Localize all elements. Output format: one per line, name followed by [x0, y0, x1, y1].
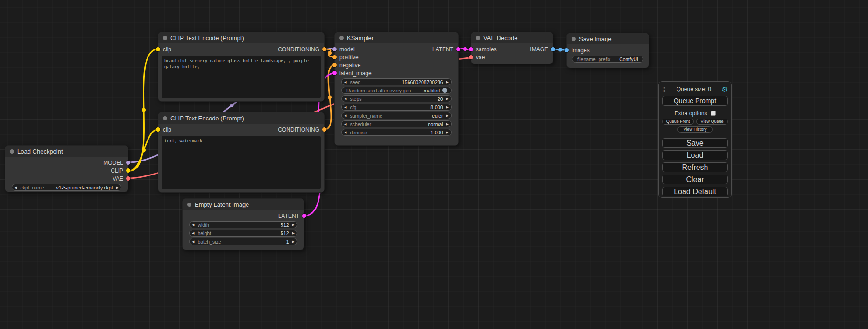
slot-row: vae — [471, 53, 553, 61]
slot-dot-latent-output[interactable] — [456, 47, 460, 51]
slot-dot-clip-output[interactable] — [126, 168, 130, 173]
slot-dot-model-output[interactable] — [126, 161, 130, 165]
widget-filename-prefix[interactable]: filename_prefix ComfyUI — [572, 56, 643, 63]
slot-dot-vae-input[interactable] — [469, 55, 473, 59]
increment-arrow-icon[interactable]: ▶ — [446, 80, 449, 84]
widget-label: width — [198, 222, 209, 228]
slot-label-negative: negative — [339, 62, 360, 69]
clear-button[interactable]: Clear — [662, 175, 728, 184]
node-load-checkpoint[interactable]: Load Checkpoint MODEL CLIP VAE ◀ ckpt_na… — [5, 145, 128, 192]
slot-label-clip: CLIP — [111, 168, 123, 174]
slot-dot-clip-input[interactable] — [156, 127, 160, 132]
node-title-bar[interactable]: Empty Latent Image — [183, 199, 304, 210]
save-button[interactable]: Save — [662, 138, 728, 148]
widget-value: 8.000 — [430, 105, 443, 110]
collapse-dot-icon[interactable] — [10, 149, 14, 154]
widget-height[interactable]: ◀ height 512 ▶ — [189, 230, 297, 237]
widget-ckpt-name[interactable]: ◀ ckpt_name v1-5-pruned-emaonly.ckpt ▶ — [12, 184, 121, 191]
refresh-button[interactable]: Refresh — [662, 162, 728, 172]
output-row-vae: VAE — [5, 175, 128, 182]
slot-label-vae: vae — [476, 54, 485, 61]
node-title-bar[interactable]: VAE Decode — [471, 32, 553, 43]
decrement-arrow-icon[interactable]: ◀ — [192, 231, 194, 235]
slot-dot-negative-input[interactable] — [332, 63, 337, 67]
increment-arrow-icon[interactable]: ▶ — [446, 105, 449, 109]
node-save-image[interactable]: Save Image images filename_prefix ComfyU… — [566, 33, 649, 68]
prompt-textarea[interactable]: text, watermark — [162, 136, 321, 189]
node-title-bar[interactable]: Load Checkpoint — [5, 146, 128, 157]
slot-dot-latent-image-input[interactable] — [332, 71, 337, 75]
increment-arrow-icon[interactable]: ▶ — [292, 240, 295, 243]
next-arrow-icon[interactable]: ▶ — [446, 114, 449, 117]
load-button[interactable]: Load — [662, 150, 728, 160]
view-history-button[interactable]: View History — [677, 126, 713, 133]
node-title-label: Load Checkpoint — [17, 148, 63, 155]
decrement-arrow-icon[interactable]: ◀ — [192, 223, 194, 226]
drag-handle-icon[interactable]: ⣿ — [662, 86, 666, 92]
slot-dot-conditioning-output[interactable] — [322, 47, 326, 51]
prev-arrow-icon[interactable]: ◀ — [344, 122, 346, 126]
node-title-bar[interactable]: Save Image — [567, 33, 649, 44]
slot-dot-samples-input[interactable] — [469, 47, 473, 51]
node-title-bar[interactable]: CLIP Text Encode (Prompt) — [158, 112, 324, 124]
slot-dot-vae-output[interactable] — [126, 176, 130, 181]
collapse-dot-icon[interactable] — [163, 36, 167, 40]
widget-denoise[interactable]: ◀ denoise 1.000 ▶ — [341, 129, 452, 136]
node-clip-text-encode-negative[interactable]: CLIP Text Encode (Prompt) clip CONDITION… — [158, 112, 325, 193]
widget-value: euler — [432, 113, 443, 119]
slot-dot-image-output[interactable] — [551, 47, 555, 51]
toggle-knob[interactable] — [442, 88, 447, 93]
widget-batch-size[interactable]: ◀ batch_size 1 ▶ — [189, 238, 297, 245]
prev-arrow-icon[interactable]: ◀ — [344, 114, 346, 117]
node-vae-decode[interactable]: VAE Decode samples IMAGE vae — [471, 32, 553, 64]
widget-width[interactable]: ◀ width 512 ▶ — [189, 221, 297, 228]
next-arrow-icon[interactable]: ▶ — [446, 122, 449, 126]
node-title-bar[interactable]: CLIP Text Encode (Prompt) — [158, 32, 324, 43]
increment-arrow-icon[interactable]: ▶ — [446, 131, 449, 134]
collapse-dot-icon[interactable] — [476, 36, 480, 40]
decrement-arrow-icon[interactable]: ◀ — [344, 97, 346, 100]
increment-arrow-icon[interactable]: ▶ — [446, 97, 449, 100]
widget-value: 512 — [281, 231, 289, 236]
decrement-arrow-icon[interactable]: ◀ — [344, 105, 346, 109]
widget-steps[interactable]: ◀ steps 20 ▶ — [341, 95, 452, 102]
collapse-dot-icon[interactable] — [187, 203, 191, 207]
slot-dot-positive-input[interactable] — [332, 55, 337, 59]
collapse-dot-icon[interactable] — [163, 116, 167, 120]
increment-arrow-icon[interactable]: ▶ — [292, 223, 295, 226]
output-row-clip: CLIP — [5, 167, 128, 175]
wire-midpoint-dot-positive-conditioning-to-ksampler — [328, 51, 332, 55]
decrement-arrow-icon[interactable]: ◀ — [344, 80, 346, 84]
load-default-button[interactable]: Load Default — [662, 187, 728, 196]
widget-label: seed — [350, 79, 360, 85]
view-queue-button[interactable]: View Queue — [696, 119, 728, 125]
widget-scheduler[interactable]: ◀ scheduler normal ▶ — [341, 120, 452, 127]
slot-dot-clip-input[interactable] — [156, 47, 160, 51]
settings-gear-icon[interactable]: ⚙ — [722, 86, 728, 93]
slot-dot-conditioning-output[interactable] — [322, 127, 326, 132]
decrement-arrow-icon[interactable]: ◀ — [344, 131, 346, 134]
prev-arrow-icon[interactable]: ◀ — [14, 186, 17, 189]
extra-options-checkbox[interactable] — [711, 111, 716, 116]
node-clip-text-encode-positive[interactable]: CLIP Text Encode (Prompt) clip CONDITION… — [158, 32, 325, 102]
slot-dot-images-input[interactable] — [565, 48, 569, 52]
node-empty-latent-image[interactable]: Empty Latent Image LATENT ◀ width 512 ▶ … — [182, 198, 304, 250]
collapse-dot-icon[interactable] — [572, 37, 576, 41]
queue-prompt-button[interactable]: Queue Prompt — [662, 96, 728, 106]
widget-control-after-generate[interactable]: Random seed after every gen enabled — [341, 87, 452, 94]
increment-arrow-icon[interactable]: ▶ — [292, 231, 295, 235]
queue-front-button[interactable]: Queue Front — [662, 119, 694, 125]
collapse-dot-icon[interactable] — [339, 36, 344, 40]
next-arrow-icon[interactable]: ▶ — [116, 186, 119, 189]
widget-seed[interactable]: ◀ seed 156680208700286 ▶ — [341, 78, 452, 85]
node-ksampler[interactable]: KSampler model LATENT positive negative — [334, 32, 459, 146]
node-title-bar[interactable]: KSampler — [335, 32, 458, 43]
widget-sampler-name[interactable]: ◀ sampler_name euler ▶ — [341, 112, 452, 119]
slot-row: latent_image — [335, 69, 458, 77]
slot-dot-model-input[interactable] — [332, 47, 337, 51]
slot-dot-latent-output[interactable] — [302, 214, 306, 218]
slot-row: samples IMAGE — [471, 45, 553, 53]
widget-cfg[interactable]: ◀ cfg 8.000 ▶ — [341, 104, 452, 111]
prompt-textarea[interactable]: beautiful scenery nature glass bottle la… — [162, 56, 321, 98]
decrement-arrow-icon[interactable]: ◀ — [192, 240, 194, 243]
